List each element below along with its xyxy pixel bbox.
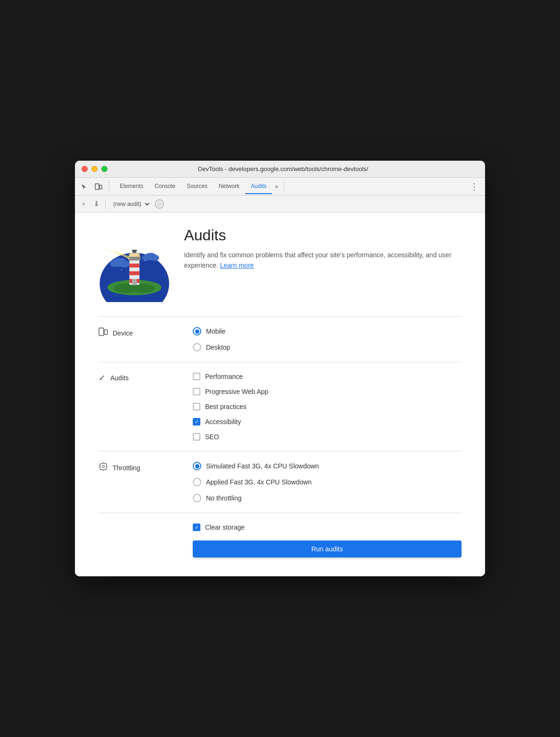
svg-rect-31 bbox=[99, 328, 104, 336]
svg-point-15 bbox=[142, 255, 150, 261]
svg-rect-32 bbox=[104, 330, 107, 335]
performance-checkbox[interactable] bbox=[193, 373, 200, 380]
audit-seo-option[interactable]: SEO bbox=[193, 433, 461, 441]
svg-point-19 bbox=[132, 284, 155, 293]
devtools-icons bbox=[79, 181, 109, 192]
device-options: Mobile Desktop bbox=[193, 327, 461, 352]
run-audits-button[interactable]: Run audits bbox=[193, 540, 461, 557]
audit-toolbar: + ⬇ (new audit) ⊘ bbox=[75, 196, 485, 213]
svg-rect-22 bbox=[130, 271, 140, 275]
svg-point-16 bbox=[151, 255, 159, 261]
sim-fast-3g-radio[interactable] bbox=[193, 462, 201, 470]
tab-overflow[interactable]: » bbox=[272, 180, 281, 194]
device-desktop-option[interactable]: Desktop bbox=[193, 343, 461, 352]
audit-accessibility-option[interactable]: ✓ Accessibility bbox=[193, 418, 461, 426]
audits-label: ✓ Audits bbox=[99, 373, 193, 383]
lighthouse-illustration bbox=[99, 227, 170, 302]
toolbar-separator bbox=[105, 199, 106, 209]
close-button[interactable] bbox=[82, 166, 88, 172]
svg-point-6 bbox=[152, 250, 153, 252]
throttling-options: Simulated Fast 3G, 4x CPU Slowdown Appli… bbox=[193, 462, 461, 502]
audits-options: Performance Progressive Web App Best pra… bbox=[193, 373, 461, 441]
clear-storage-checkbox[interactable]: ✓ bbox=[193, 524, 200, 531]
tab-console[interactable]: Console bbox=[149, 179, 181, 194]
more-tools-button[interactable]: ⋮ bbox=[467, 181, 481, 192]
svg-point-10 bbox=[121, 270, 122, 270]
device-section: Device Mobile Desktop bbox=[99, 317, 461, 362]
cursor-icon[interactable] bbox=[79, 181, 90, 192]
throttling-section: Throttling Simulated Fast 3G, 4x CPU Slo… bbox=[99, 451, 461, 513]
window-title: DevTools - developers.google.com/web/too… bbox=[88, 165, 478, 172]
tab-sources[interactable]: Sources bbox=[181, 179, 213, 194]
device-mobile-option[interactable]: Mobile bbox=[193, 327, 461, 336]
tab-network[interactable]: Network bbox=[213, 179, 245, 194]
main-content: Audits Identify and fix common problems … bbox=[75, 213, 485, 576]
svg-point-13 bbox=[120, 261, 130, 268]
svg-rect-1 bbox=[99, 185, 102, 189]
pwa-checkbox[interactable] bbox=[193, 388, 200, 395]
checkmark-icon: ✓ bbox=[99, 373, 106, 383]
best-practices-checkbox[interactable] bbox=[193, 403, 200, 410]
svg-point-12 bbox=[110, 260, 120, 267]
throttling-no-throttling[interactable]: No throttling bbox=[193, 494, 461, 502]
tab-audits[interactable]: Audits bbox=[245, 179, 272, 194]
device-icon bbox=[99, 327, 108, 339]
seo-checkbox[interactable] bbox=[193, 433, 200, 441]
hero-section: Audits Identify and fix common problems … bbox=[99, 227, 461, 302]
audit-best-practices-option[interactable]: Best practices bbox=[193, 403, 461, 410]
add-audit-button[interactable]: + bbox=[80, 199, 88, 209]
hero-text: Audits Identify and fix common problems … bbox=[184, 227, 461, 271]
audit-pwa-option[interactable]: Progressive Web App bbox=[193, 388, 461, 395]
hero-description: Identify and fix common problems that af… bbox=[184, 250, 461, 271]
throttling-sim-fast-3g[interactable]: Simulated Fast 3G, 4x CPU Slowdown bbox=[193, 462, 461, 470]
svg-rect-26 bbox=[129, 254, 140, 257]
clear-storage-row: ✓ Clear storage bbox=[99, 524, 461, 531]
gear-icon bbox=[99, 462, 108, 474]
audit-select[interactable]: (new audit) bbox=[109, 199, 151, 209]
svg-point-4 bbox=[127, 245, 128, 246]
svg-rect-30 bbox=[132, 279, 137, 285]
download-button[interactable]: ⬇ bbox=[91, 198, 101, 209]
accessibility-checkbox[interactable]: ✓ bbox=[193, 418, 200, 426]
tab-elements[interactable]: Elements bbox=[114, 179, 149, 194]
cancel-icon[interactable]: ⊘ bbox=[155, 199, 164, 209]
audit-performance-option[interactable]: Performance bbox=[193, 373, 461, 380]
svg-rect-21 bbox=[130, 263, 140, 267]
mobile-radio[interactable] bbox=[193, 327, 201, 336]
bottom-section: ✓ Clear storage Run audits bbox=[99, 513, 461, 557]
desktop-radio[interactable] bbox=[193, 343, 201, 352]
learn-more-link[interactable]: Learn more bbox=[220, 262, 254, 269]
no-throttling-radio[interactable] bbox=[193, 494, 201, 502]
clear-storage-option[interactable]: ✓ Clear storage bbox=[193, 524, 245, 531]
devtools-tab-bar: Elements Console Sources Network Audits … bbox=[75, 178, 485, 196]
tab-separator bbox=[284, 182, 284, 191]
audits-section: ✓ Audits Performance Progressive Web App… bbox=[99, 362, 461, 451]
svg-point-5 bbox=[140, 243, 141, 244]
throttling-label: Throttling bbox=[99, 462, 193, 474]
device-icon[interactable] bbox=[93, 181, 104, 192]
devtools-window: DevTools - developers.google.com/web/too… bbox=[75, 161, 485, 576]
applied-fast-3g-radio[interactable] bbox=[193, 478, 201, 486]
title-bar: DevTools - developers.google.com/web/too… bbox=[75, 161, 485, 178]
svg-marker-29 bbox=[132, 250, 137, 253]
hero-title: Audits bbox=[184, 227, 461, 244]
svg-rect-0 bbox=[95, 184, 99, 189]
throttling-applied-fast-3g[interactable]: Applied Fast 3G, 4x CPU Slowdown bbox=[193, 478, 461, 486]
device-label: Device bbox=[99, 327, 193, 339]
